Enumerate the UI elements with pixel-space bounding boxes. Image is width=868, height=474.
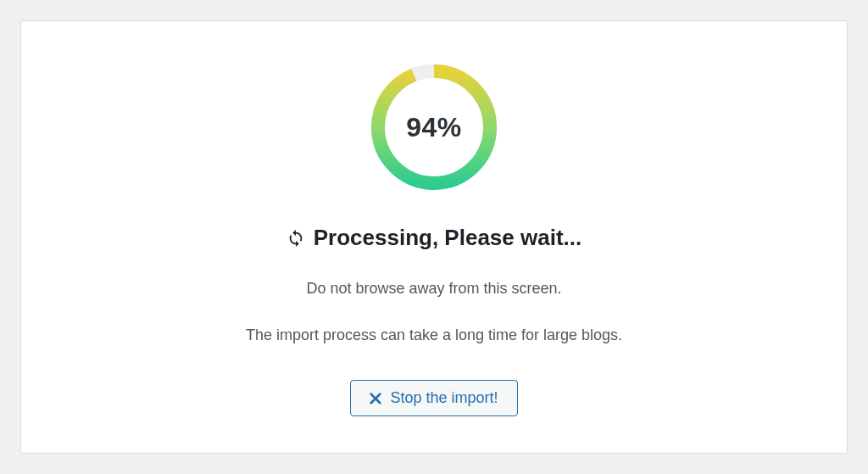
do-not-browse-text: Do not browse away from this screen.: [306, 280, 561, 298]
stop-import-button[interactable]: Stop the import!: [350, 380, 517, 416]
progress-percent-label: 94%: [406, 112, 462, 143]
close-icon: [370, 393, 381, 404]
import-duration-note: The import process can take a long time …: [246, 326, 622, 344]
import-progress-card: 94% Processing, Please wait... Do not br…: [20, 20, 848, 454]
heading-text: Processing, Please wait...: [314, 225, 581, 251]
processing-heading: Processing, Please wait...: [287, 225, 581, 251]
progress-ring-inner: 94%: [367, 60, 501, 194]
progress-ring: 94%: [367, 60, 501, 194]
refresh-icon: [287, 229, 305, 248]
stop-import-button-label: Stop the import!: [390, 389, 498, 407]
